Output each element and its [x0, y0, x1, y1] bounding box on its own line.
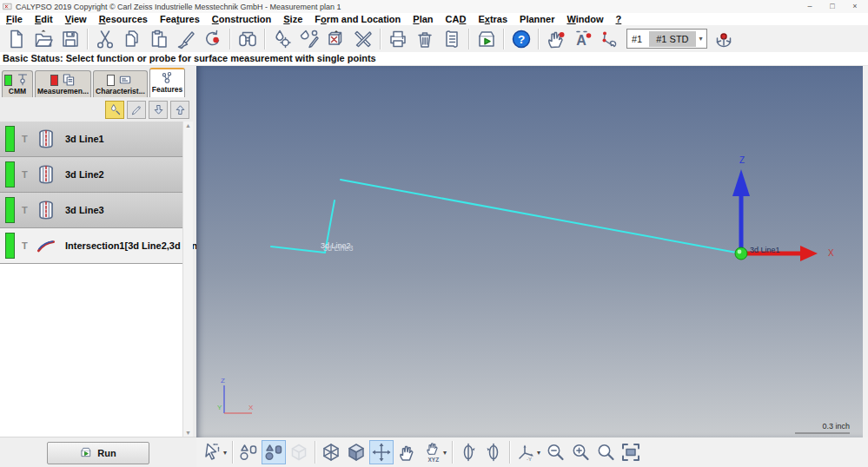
start-run-button[interactable] — [473, 26, 500, 51]
tab-measuremen[interactable]: Measuremen... — [35, 70, 91, 97]
menu-window[interactable]: Window — [560, 14, 609, 24]
window-controls: –□× — [798, 0, 866, 13]
feature-list-toolbar — [0, 97, 196, 122]
features-outline-view-button[interactable] — [236, 440, 261, 464]
zoom-out-button[interactable] — [543, 440, 567, 464]
menu-?[interactable]: ? — [610, 14, 628, 24]
stylus-system-button[interactable] — [596, 26, 623, 51]
features-filled-icon — [263, 442, 284, 463]
menu-cad[interactable]: CAD — [440, 14, 473, 24]
copy-icon — [122, 29, 142, 49]
pan-hand-icon — [396, 442, 417, 463]
text-elements-button[interactable]: A — [569, 26, 596, 51]
view-direction-button[interactable]: -Y▾ — [514, 440, 542, 464]
probe-selector[interactable]: #1#1 STD▾ — [626, 29, 707, 49]
run-bar: Run — [0, 437, 196, 467]
qualify-probe-icon — [272, 29, 293, 49]
tools-button[interactable] — [349, 26, 376, 51]
menu-file[interactable]: File — [0, 14, 29, 24]
feature-list: T3d Line1T3d Line2T3d Line3TIntersection… — [0, 122, 182, 437]
feature-row[interactable]: T3d Line1 — [0, 122, 182, 157]
menu-form-and-location[interactable]: Form and Location — [308, 14, 407, 24]
move-down-button[interactable] — [149, 101, 168, 119]
svg-text:Z: Z — [739, 155, 745, 165]
fit-view-icon — [620, 442, 641, 463]
svg-text:X: X — [248, 404, 254, 411]
manual-control-button[interactable] — [542, 26, 569, 51]
qualify-probe-button[interactable] — [268, 26, 295, 51]
close-button[interactable]: × — [844, 0, 866, 13]
fit-view-button[interactable] — [619, 440, 643, 464]
menu-plan[interactable]: Plan — [407, 14, 439, 24]
new-file-icon — [6, 29, 27, 49]
probe-tool-button[interactable] — [105, 101, 124, 119]
menu-bar: FileEditViewResourcesFeaturesConstructio… — [0, 13, 868, 25]
title-bar: CALYPSO 2019 Copyright © Carl Zeiss Indu… — [0, 0, 868, 14]
menu-resources[interactable]: Resources — [93, 14, 154, 24]
features-solid-view-button[interactable] — [262, 440, 286, 464]
help-button[interactable]: ? — [507, 26, 534, 51]
menu-extras[interactable]: Extras — [472, 14, 514, 24]
view-toolbar: ▾XYZ▾-Y▾ — [196, 437, 868, 467]
copy-button[interactable] — [118, 26, 145, 51]
menu-features[interactable]: Features — [154, 14, 206, 24]
menu-planner[interactable]: Planner — [514, 14, 560, 24]
zoom-window-button[interactable] — [593, 440, 618, 464]
paste-button[interactable] — [145, 26, 172, 51]
tab-cmm[interactable]: CMM — [2, 70, 33, 97]
cad-viewport[interactable]: ZX3d Line23d Line33d Line1ZXY0.3 inch — [196, 66, 863, 437]
rotate-free-button[interactable] — [394, 440, 419, 464]
protocol-button[interactable] — [438, 26, 465, 51]
feature-row[interactable]: T3d Line2 — [0, 157, 182, 193]
pan-view-button[interactable] — [369, 440, 394, 464]
edit-feature-button[interactable] — [127, 101, 146, 119]
menu-edit[interactable]: Edit — [29, 14, 59, 24]
rotate-ccw-button[interactable] — [481, 440, 506, 464]
probe-change-icon — [713, 29, 734, 49]
format-painter-button[interactable] — [172, 26, 199, 51]
minimize-button[interactable]: – — [798, 0, 821, 13]
solid-view-button[interactable] — [344, 440, 368, 464]
cut-button[interactable] — [91, 26, 118, 51]
new-button[interactable] — [3, 26, 30, 51]
feature-row[interactable]: T3d Line3 — [0, 193, 182, 228]
scroll-up-icon[interactable]: ▲ — [185, 122, 191, 128]
feature-row[interactable]: TIntersection1[3d Line2,3d Line3] — [0, 228, 182, 264]
pan-xyz-button[interactable]: XYZ▾ — [420, 440, 448, 464]
viewport-canvas[interactable]: ZX3d Line23d Line33d Line1ZXY0.3 inch — [196, 66, 863, 437]
undo-button[interactable] — [199, 26, 226, 51]
feature-tag: T — [22, 169, 33, 180]
plan-doc-icon — [61, 72, 76, 88]
menu-construction[interactable]: Construction — [206, 14, 277, 24]
edit-probe-button[interactable] — [295, 26, 322, 51]
find-button[interactable] — [234, 26, 261, 51]
tab-features[interactable]: Features — [149, 68, 185, 97]
feature-tag: T — [22, 205, 33, 215]
move-up-button[interactable] — [170, 101, 189, 119]
open-button[interactable] — [30, 26, 56, 51]
cube-solid-icon — [346, 442, 367, 463]
zoom-in-button[interactable] — [568, 440, 593, 464]
menu-size[interactable]: Size — [277, 14, 308, 24]
print-button[interactable] — [384, 26, 411, 51]
scroll-down-icon[interactable]: ▼ — [185, 430, 191, 436]
run-button[interactable]: Run — [47, 442, 149, 464]
rotate-ccw-icon — [483, 442, 504, 463]
run-box-icon — [476, 29, 497, 49]
tab-characterist[interactable]: Characterist... — [93, 70, 148, 97]
feature-status-indicator — [5, 161, 15, 187]
menu-view[interactable]: View — [59, 14, 93, 24]
maximize-button[interactable]: □ — [821, 0, 844, 13]
wireframe-view-button[interactable] — [319, 440, 343, 464]
save-button[interactable] — [56, 26, 83, 51]
feature-label: 3d Line1 — [65, 134, 104, 144]
delete-button[interactable] — [411, 26, 438, 51]
probe-selector-value: #1 — [627, 34, 649, 44]
stylus-database-button[interactable] — [322, 26, 349, 51]
zoom-window-icon — [595, 442, 616, 463]
feature-list-scrollbar[interactable]: ▲ ▼ — [182, 122, 193, 437]
rotate-cw-button[interactable] — [456, 440, 480, 464]
toolbar-separator — [380, 29, 381, 49]
select-mode-button[interactable]: ▾ — [200, 440, 229, 464]
change-probe-button[interactable] — [711, 26, 738, 51]
